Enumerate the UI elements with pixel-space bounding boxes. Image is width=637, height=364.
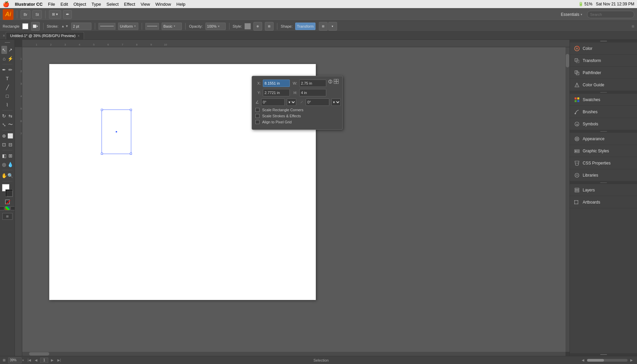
apple-menu[interactable]: 🍎 [3, 1, 9, 7]
rotate-tool[interactable]: ↻ [1, 112, 7, 120]
document-tab[interactable]: Untitled-1* @ 39% (RGB/GPU Preview) × [6, 32, 84, 39]
gradient-mode-btn[interactable] [5, 206, 10, 210]
app-name[interactable]: Illustrator CC [15, 2, 43, 7]
pencil-tool[interactable]: ✏ [7, 66, 13, 74]
selection-rect[interactable] [102, 110, 131, 154]
direct-selection-tool[interactable]: ↗ [7, 46, 13, 54]
stock-button[interactable]: St [32, 10, 42, 19]
vertical-scrollbar[interactable] [565, 47, 570, 352]
panel-item-artboards[interactable]: Artboards [570, 196, 637, 208]
zoom-input[interactable] [8, 357, 22, 363]
lasso-tool[interactable]: ⌂ [1, 55, 7, 63]
workspace-switcher[interactable]: Essentials ▾ [561, 12, 582, 17]
style-swatch[interactable] [245, 23, 251, 29]
x-input[interactable] [263, 80, 290, 87]
y-input[interactable] [263, 89, 290, 96]
tab-close-btn[interactable]: × [78, 34, 80, 38]
panel-item-graphic-styles[interactable]: Graphic Styles [570, 145, 637, 157]
menu-help[interactable]: Help [176, 2, 186, 7]
next-page-btn[interactable]: ▶ [50, 358, 55, 363]
handle-tl[interactable] [101, 109, 103, 111]
angle2-input[interactable] [306, 98, 329, 106]
h-input[interactable] [299, 89, 326, 96]
first-page-btn[interactable]: |◀ [27, 358, 32, 363]
status-grid-btn[interactable]: ⊞ [3, 358, 5, 362]
blend-tool[interactable]: ◎ [1, 160, 7, 169]
symbol-sprayer[interactable]: ⊕ [1, 132, 7, 140]
scroll-right-btn[interactable]: ▶ [629, 358, 634, 363]
panel-item-appearance[interactable]: Appearance [570, 133, 637, 145]
scale-rect-checkbox[interactable] [255, 108, 259, 112]
horizontal-scrollbar[interactable] [22, 352, 565, 356]
zoom-tool[interactable]: 🔍 [7, 172, 13, 180]
line-tool[interactable]: ╱ [1, 83, 13, 91]
none-mode-btn[interactable] [10, 206, 15, 210]
angle2-select[interactable]: ▾ [331, 98, 341, 106]
menu-type[interactable]: Type [91, 2, 101, 7]
slice-tool[interactable]: ⊟ [7, 141, 13, 149]
hand-tool[interactable]: ✋ [1, 172, 7, 180]
vscroll-thumb[interactable] [566, 54, 569, 67]
warp-tool[interactable]: 〜 [7, 121, 13, 129]
magic-wand-tool[interactable]: ⚡ [7, 55, 13, 63]
pen-tool[interactable]: ✒ [1, 66, 7, 74]
panel-item-css-properties[interactable]: CSS CSS Properties [570, 157, 637, 169]
prev-page-btn[interactable]: ◀ [33, 358, 39, 363]
none-btn[interactable] [5, 200, 10, 204]
last-page-btn[interactable]: ▶| [56, 358, 62, 363]
transform-options-btn[interactable] [334, 79, 340, 86]
panel-drag-handle-bottom[interactable] [570, 353, 637, 356]
page-input[interactable] [40, 358, 48, 363]
panel-item-color[interactable]: Color [570, 42, 637, 55]
panel-item-pathfinder[interactable]: Pathfinder [570, 67, 637, 79]
menu-select[interactable]: Select [106, 2, 118, 7]
handle-br[interactable] [130, 153, 132, 155]
handle-bl[interactable] [101, 153, 103, 155]
angle1-select[interactable]: ▾ [287, 98, 296, 106]
menu-object[interactable]: Object [74, 2, 86, 7]
angle1-input[interactable] [261, 98, 285, 106]
menu-edit[interactable]: Edit [60, 2, 68, 7]
hscroll-thumb[interactable] [29, 352, 49, 356]
stroke-value-input[interactable]: 2 pt [71, 23, 91, 30]
menu-effect[interactable]: Effect [124, 2, 135, 7]
uniform-dropdown[interactable]: Uniform ▾ [118, 23, 138, 30]
fill-swatch[interactable] [22, 23, 28, 29]
tab-close-icon[interactable]: × [3, 33, 5, 38]
align-btn[interactable]: ⊞ [319, 22, 328, 31]
more-options-btn[interactable]: ▾ [328, 22, 337, 31]
canvas-area[interactable]: X: W: Y: H: ∠ ▾ [22, 47, 565, 352]
artboard-tool[interactable]: ⊡ [1, 141, 7, 149]
eyedropper-tool[interactable]: 💧 [7, 160, 13, 169]
transform-btn[interactable]: Transform [295, 23, 315, 30]
menu-view[interactable]: View [141, 2, 150, 7]
basic-dropdown[interactable]: Basic ▾ [162, 23, 182, 30]
menu-file[interactable]: File [48, 2, 55, 7]
brush-tool[interactable]: ⌇ [1, 101, 13, 109]
background-color[interactable] [5, 189, 13, 197]
panel-item-symbols[interactable]: ⊕ Symbols [570, 118, 637, 130]
panel-item-brushes[interactable]: Brushes [570, 106, 637, 118]
handle-tr[interactable] [130, 109, 132, 111]
panel-item-layers[interactable]: Layers [570, 184, 637, 196]
mesh-tool[interactable]: ⊞ [7, 152, 13, 160]
scale-strokes-checkbox[interactable] [255, 114, 259, 118]
bridge-button[interactable]: Br [21, 10, 30, 19]
panel-item-swatches[interactable]: Swatches [570, 94, 637, 106]
fill-options-btn[interactable]: ⬜▾ [31, 22, 40, 31]
pixel-grid-btn[interactable]: ⊞ [265, 22, 274, 31]
graph-tool[interactable]: ⬜ [7, 132, 13, 140]
selection-tool[interactable]: ↖ [1, 46, 7, 54]
panel-item-color-guide[interactable]: Color Guide [570, 79, 637, 91]
gradient-tool[interactable]: ◧ [1, 152, 7, 160]
color-mode-btn[interactable] [0, 206, 4, 210]
draw-mode-btn[interactable]: ⊞ [2, 213, 12, 220]
w-input[interactable] [299, 80, 326, 87]
shape-tool[interactable]: □ [1, 92, 13, 100]
type-tool[interactable]: T [1, 74, 13, 83]
panel-item-libraries[interactable]: Libraries [570, 169, 637, 181]
style-options-btn[interactable]: ⊕ [253, 22, 262, 31]
reflect-tool[interactable]: ⇆ [7, 112, 13, 120]
menu-window[interactable]: Window [156, 2, 171, 7]
transform-link-icon[interactable] [328, 79, 333, 85]
